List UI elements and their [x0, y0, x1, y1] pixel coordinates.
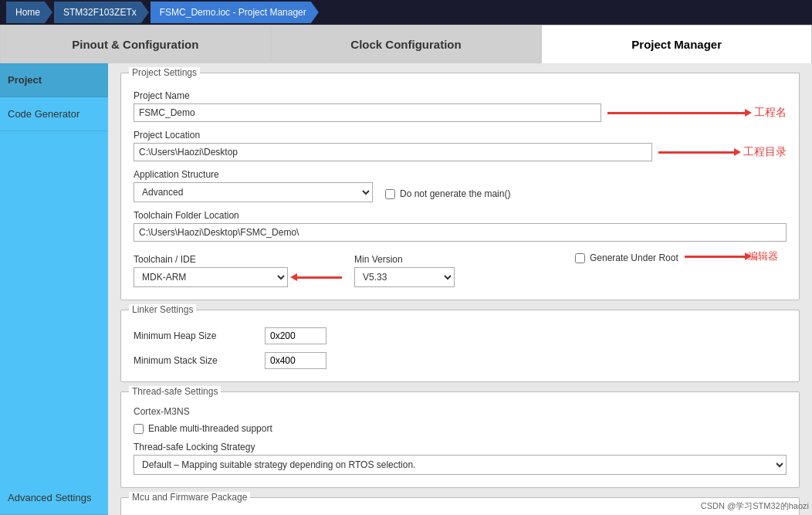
tab-project-manager[interactable]: Project Manager: [541, 25, 812, 63]
thread-safe-title: Thread-safe Settings: [129, 386, 221, 397]
main-layout: Project Code Generator Advanced Settings…: [0, 63, 812, 515]
tab-bar: Pinout & Configuration Clock Configurati…: [0, 25, 812, 63]
sidebar: Project Code Generator Advanced Settings: [0, 63, 108, 515]
annotation-project-name: 工程名: [754, 106, 787, 120]
mcu-firmware-section: Mcu and Firmware Package: [120, 497, 800, 515]
sidebar-item-code-generator[interactable]: Code Generator: [0, 97, 108, 131]
mcu-firmware-title: Mcu and Firmware Package: [129, 492, 250, 503]
locking-strategy-label: Thread-safe Locking Strategy: [134, 442, 787, 452]
min-stack-label: Minimum Stack Size: [134, 355, 257, 366]
breadcrumb-project[interactable]: FSMC_Demo.ioc - Project Manager: [151, 2, 319, 23]
watermark: CSDN @学习STM32的haozi: [701, 500, 809, 512]
cortex-label: Cortex-M3NS: [134, 406, 787, 417]
do-not-generate-label: Do not generate the main(): [400, 188, 510, 199]
annotation-project-location: 工程目录: [743, 145, 787, 159]
project-name-input[interactable]: [134, 103, 601, 122]
app-structure-label: Application Structure: [134, 169, 787, 180]
thread-safe-section: Thread-safe Settings Cortex-M3NS Enable …: [120, 391, 800, 488]
min-stack-input[interactable]: [265, 352, 326, 369]
min-version-label: Min Version: [354, 254, 566, 265]
project-name-label: Project Name: [134, 90, 787, 101]
generate-under-root-label: Generate Under Root: [590, 252, 678, 263]
min-heap-label: Minimum Heap Size: [134, 330, 257, 341]
project-location-input[interactable]: [134, 143, 652, 161]
project-settings-section: Project Settings Project Name 工程名 Projec…: [120, 73, 800, 300]
breadcrumb-bar: Home STM32F103ZETx FSMC_Demo.ioc - Proje…: [0, 0, 812, 25]
breadcrumb-home[interactable]: Home: [6, 2, 52, 23]
linker-settings-section: Linker Settings Minimum Heap Size Minimu…: [120, 310, 800, 382]
project-settings-title: Project Settings: [129, 67, 200, 78]
do-not-generate-checkbox[interactable]: [385, 189, 395, 199]
min-heap-input[interactable]: [265, 327, 326, 344]
annotation-editor: 编辑器: [748, 249, 778, 263]
toolchain-ide-select[interactable]: MDK-ARM STM32CubeIDE Makefile: [134, 267, 288, 287]
generate-under-root-checkbox[interactable]: [575, 253, 585, 263]
toolchain-ide-label: Toolchain / IDE: [134, 254, 345, 265]
toolchain-folder-input[interactable]: [134, 223, 787, 242]
project-location-label: Project Location: [134, 130, 787, 141]
enable-multi-thread-label: Enable multi-threaded support: [148, 423, 272, 434]
tab-pinout[interactable]: Pinout & Configuration: [0, 25, 271, 63]
linker-settings-title: Linker Settings: [129, 304, 196, 315]
min-version-select[interactable]: V5.33 V5.32 V5.31: [354, 267, 455, 287]
toolchain-folder-label: Toolchain Folder Location: [134, 210, 787, 221]
locking-strategy-select[interactable]: Default – Mapping suitable strategy depe…: [134, 455, 787, 475]
sidebar-item-advanced-settings[interactable]: Advanced Settings: [0, 481, 108, 515]
enable-multi-thread-checkbox[interactable]: [134, 424, 144, 434]
content-area: Project Settings Project Name 工程名 Projec…: [108, 63, 812, 515]
sidebar-item-project[interactable]: Project: [0, 63, 108, 97]
breadcrumb-mcu[interactable]: STM32F103ZETx: [54, 2, 149, 23]
tab-clock[interactable]: Clock Configuration: [271, 25, 542, 63]
app-structure-select[interactable]: Advanced Basic: [134, 182, 373, 202]
